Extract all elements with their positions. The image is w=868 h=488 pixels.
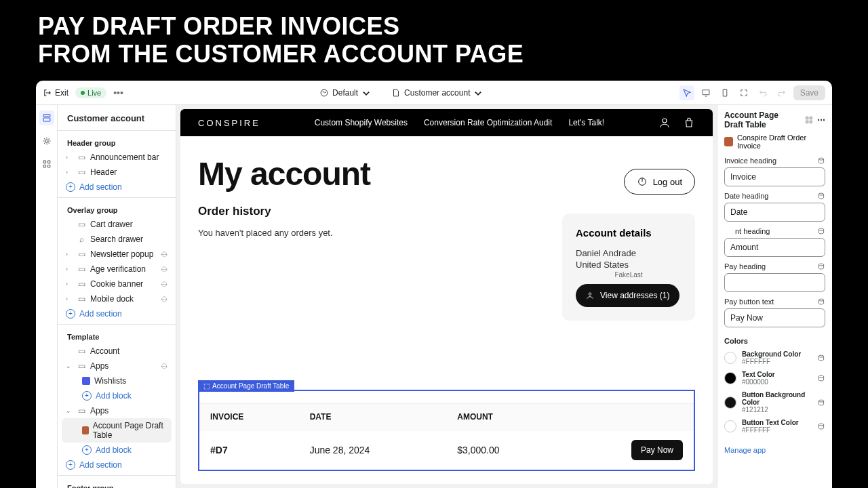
app-badge[interactable]: Conspire Draft Order Invoice xyxy=(724,134,825,150)
hero-heading: PAY DRAFT ORDER INVOICES FROM THE CUSTOM… xyxy=(38,12,524,68)
undo-button[interactable] xyxy=(755,85,770,100)
app-icon xyxy=(724,137,733,146)
settings-rail[interactable] xyxy=(39,134,54,148)
dynamic-source-icon[interactable] xyxy=(817,399,825,407)
dynamic-source-icon[interactable] xyxy=(817,262,825,270)
bag-icon[interactable] xyxy=(683,117,695,129)
site-content: My account Log out Order history You hav… xyxy=(180,136,713,257)
date-heading-input[interactable] xyxy=(724,203,825,222)
rp-title: Account Page Draft Table xyxy=(724,110,797,129)
add-block-2[interactable]: +Add block xyxy=(62,443,172,458)
item-wishlists[interactable]: Wishlists xyxy=(62,373,172,388)
style-dropdown[interactable]: Default xyxy=(319,88,371,98)
dynamic-source-icon[interactable] xyxy=(817,422,825,430)
desktop-view[interactable] xyxy=(698,85,713,100)
search-icon: ⌕ xyxy=(77,235,86,244)
color-btn-text[interactable]: Button Text Color#FFFFFF xyxy=(724,419,825,434)
svg-rect-3 xyxy=(703,89,709,94)
pay-button-input[interactable] xyxy=(724,308,825,327)
dynamic-source-icon[interactable] xyxy=(817,157,825,165)
site-icons xyxy=(658,117,695,129)
sections-rail[interactable] xyxy=(39,110,54,125)
cart-icon: ▭ xyxy=(77,220,86,229)
item-mobile-dock[interactable]: ›▭Mobile dock⦵ xyxy=(62,291,172,306)
color-btn-bg[interactable]: Button Background Color#121212 xyxy=(724,391,825,413)
nav-link[interactable]: Custom Shopify Websites xyxy=(315,118,408,127)
item-account[interactable]: ›▭Account xyxy=(62,344,172,359)
svg-point-25 xyxy=(818,375,823,378)
item-newsletter[interactable]: ›▭Newsletter popup⦵ xyxy=(62,247,172,262)
apps-rail[interactable] xyxy=(39,157,54,171)
section-icon: ▭ xyxy=(77,167,86,177)
dynamic-source-icon[interactable] xyxy=(817,374,825,382)
save-button: Save xyxy=(793,85,825,100)
more-button[interactable]: ••• xyxy=(113,87,123,98)
item-age-verification[interactable]: ›▭Age verification⦵ xyxy=(62,262,172,277)
chevron-down-icon xyxy=(473,88,483,98)
svg-point-20 xyxy=(818,193,823,195)
item-search-drawer[interactable]: ›⌕Search drawer xyxy=(62,232,172,247)
dynamic-source-icon[interactable] xyxy=(817,192,825,200)
chevron-down-icon xyxy=(361,88,371,98)
brand-logo[interactable]: CONSPIRE xyxy=(198,118,260,128)
dynamic-source-icon[interactable] xyxy=(817,354,825,362)
add-block-1[interactable]: +Add block xyxy=(62,388,172,403)
hidden-icon: ⦵ xyxy=(161,295,167,304)
svg-rect-17 xyxy=(806,121,808,123)
overlay-group-label: Overlay group xyxy=(62,201,172,217)
draft-order-table: INVOICE DATE AMOUNT #D7 June 28, 2024 $3… xyxy=(198,390,695,471)
block-selection-tag[interactable]: ⬚ Account Page Draft Table xyxy=(198,380,294,392)
item-announcement-bar[interactable]: ›▭Announcement bar xyxy=(62,150,172,165)
item-apps-1[interactable]: ⌄▭Apps⦵ xyxy=(62,359,172,373)
nav-link[interactable]: Let's Talk! xyxy=(568,118,604,127)
add-section-template[interactable]: +Add section xyxy=(62,458,172,472)
template-dropdown[interactable]: Customer account xyxy=(391,88,483,98)
colors-label: Colors xyxy=(724,337,748,345)
pay-now-button[interactable]: Pay Now xyxy=(631,440,683,460)
exit-button[interactable]: Exit xyxy=(43,88,68,98)
cell-date: June 28, 2024 xyxy=(299,430,447,470)
color-bg[interactable]: Background Color#FFFFFF xyxy=(724,350,825,365)
item-label: Search drawer xyxy=(90,235,143,244)
topbar-right: Save xyxy=(679,85,825,100)
mobile-view[interactable] xyxy=(717,85,732,100)
color-name: Text Color xyxy=(742,371,812,378)
invoice-heading-input[interactable] xyxy=(724,167,825,186)
swatch-icon xyxy=(724,420,736,432)
item-header[interactable]: ›▭Header xyxy=(62,165,172,180)
inspector-toggle[interactable] xyxy=(679,85,694,100)
add-section-overlay[interactable]: +Add section xyxy=(62,306,172,321)
template-label: Customer account xyxy=(404,88,470,98)
nav-link[interactable]: Conversion Rate Optimization Audit xyxy=(424,118,552,127)
svg-rect-15 xyxy=(806,117,808,119)
more-icon[interactable]: ⋯ xyxy=(817,115,825,125)
item-apps-2[interactable]: ⌄▭Apps xyxy=(62,403,172,418)
amount-heading-input[interactable] xyxy=(724,238,825,257)
svg-rect-10 xyxy=(43,165,46,167)
section-icon: ▭ xyxy=(77,264,86,274)
invoice-heading-label: Invoice heading xyxy=(724,157,825,165)
hidden-icon: ⦵ xyxy=(161,280,167,289)
fullscreen-view[interactable] xyxy=(736,85,751,100)
color-text[interactable]: Text Color#000000 xyxy=(724,371,825,386)
template-label: Template xyxy=(62,327,172,344)
view-addresses-button[interactable]: View addresses (1) xyxy=(576,284,679,307)
site-nav: Custom Shopify Websites Conversion Rate … xyxy=(260,118,658,127)
pay-heading-input[interactable] xyxy=(724,273,825,292)
user-icon[interactable] xyxy=(658,117,671,129)
item-account-page-draft-table[interactable]: Account Page Draft Table xyxy=(62,418,172,443)
item-cookie-banner[interactable]: ›▭Cookie banner⦵ xyxy=(62,277,172,291)
logout-button[interactable]: Log out xyxy=(624,169,695,195)
grid-icon[interactable] xyxy=(805,116,813,124)
item-cart-drawer[interactable]: ›▭Cart drawer xyxy=(62,217,172,232)
details-heading: Account details xyxy=(576,227,682,239)
live-badge: Live xyxy=(75,87,106,98)
dynamic-source-icon[interactable] xyxy=(817,227,825,235)
customer-name: Daniel Andrade xyxy=(576,248,682,258)
redo-button[interactable] xyxy=(774,85,789,100)
manage-app-link[interactable]: Manage app xyxy=(724,446,766,454)
hero-line1: PAY DRAFT ORDER INVOICES xyxy=(38,12,524,40)
dynamic-source-icon[interactable] xyxy=(817,298,825,306)
svg-point-7 xyxy=(45,140,47,142)
add-section-header[interactable]: +Add section xyxy=(62,180,172,195)
